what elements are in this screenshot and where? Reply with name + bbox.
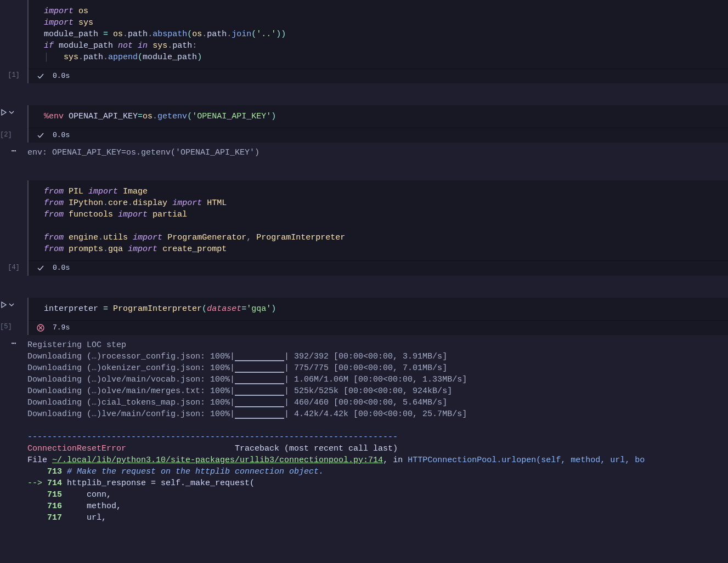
code-content[interactable]: interpreter = ProgramInterpreter(dataset… <box>44 303 728 315</box>
cell-status-bar: 7.9s <box>29 320 728 335</box>
output-text: env: OPENAI_API_KEY=os.getenv('OPENAI_AP… <box>27 147 259 158</box>
download-progress: Downloading (…)olve/main/merges.txt: 100… <box>27 385 645 397</box>
exec-time: 0.0s <box>53 263 70 273</box>
traceback-line: --> 714 httplib_response = self._make_re… <box>27 477 645 489</box>
download-progress: Downloading (…)okenizer_config.json: 100… <box>27 362 645 374</box>
cell-gutter: [5] <box>0 298 27 335</box>
exec-count: [4] <box>8 263 20 272</box>
traceback-line: 713 # Make the request on the httplib co… <box>27 466 645 477</box>
traceback-header: ConnectionResetError Traceback (most rec… <box>27 443 645 454</box>
download-progress: Downloading (…)olve/main/vocab.json: 100… <box>27 374 645 385</box>
chevron-down-icon[interactable] <box>9 302 14 308</box>
exec-count: [5] <box>0 322 12 332</box>
cell-output-row: ⋯ Registering LOC stepDownloading (…)roc… <box>0 335 728 524</box>
download-progress: Downloading (…)cial_tokens_map.json: 100… <box>27 397 645 408</box>
code-cell[interactable]: [4] from PIL import Image from IPython.c… <box>0 180 728 275</box>
code-cell[interactable]: [2] %env OPENAI_API_KEY=os.getenv('OPENA… <box>0 105 728 143</box>
check-icon <box>36 264 45 272</box>
run-controls[interactable] <box>0 298 14 309</box>
cell-output-row: ⋯ env: OPENAI_API_KEY=os.getenv('OPENAI_… <box>0 143 728 158</box>
exec-time: 0.0s <box>53 71 70 81</box>
download-progress: Downloading (…)rocessor_config.json: 100… <box>27 351 645 362</box>
traceback-line: 717 url, <box>27 512 645 524</box>
exec-count: [1] <box>8 71 20 80</box>
code-editor[interactable]: import os import sys module_path = os.pa… <box>29 0 728 69</box>
check-icon <box>36 131 45 140</box>
output-actions[interactable]: ⋯ <box>0 335 27 524</box>
code-content[interactable]: import os import sys module_path = os.pa… <box>44 5 728 63</box>
download-progress: Downloading (…)lve/main/config.json: 100… <box>27 408 645 420</box>
check-icon <box>36 72 45 81</box>
code-cell[interactable]: [1] import os import sys module_path = o… <box>0 0 728 83</box>
cell-gutter: [2] <box>0 105 27 143</box>
chevron-down-icon[interactable] <box>9 110 14 115</box>
cell-body: import os import sys module_path = os.pa… <box>27 0 728 83</box>
play-icon[interactable] <box>0 301 8 309</box>
error-icon <box>36 323 45 332</box>
traceback-line: 715 conn, <box>27 489 645 501</box>
traceback-separator <box>27 420 645 431</box>
traceback-file: File ~/.local/lib/python3.10/site-packag… <box>27 454 645 466</box>
code-cell[interactable]: [5] interpreter = ProgramInterpreter(dat… <box>0 298 728 335</box>
cell-status-bar: 0.0s <box>29 260 728 275</box>
cell-output: env: OPENAI_API_KEY=os.getenv('OPENAI_AP… <box>27 143 259 158</box>
code-editor[interactable]: from PIL import Image from IPython.core.… <box>29 180 728 260</box>
output-actions[interactable]: ⋯ <box>0 143 27 158</box>
notebook: [1] import os import sys module_path = o… <box>0 0 728 524</box>
exec-count: [2] <box>0 130 12 140</box>
traceback-separator: ----------------------------------------… <box>27 431 645 443</box>
run-controls[interactable] <box>0 105 14 116</box>
play-icon[interactable] <box>0 109 8 116</box>
code-editor[interactable]: interpreter = ProgramInterpreter(dataset… <box>29 298 728 320</box>
cell-body: interpreter = ProgramInterpreter(dataset… <box>27 298 728 335</box>
code-content[interactable]: %env OPENAI_API_KEY=os.getenv('OPENAI_AP… <box>44 111 728 122</box>
code-content[interactable]: from PIL import Image from IPython.core.… <box>44 186 728 255</box>
exec-time: 0.0s <box>53 130 70 140</box>
traceback-line: 716 method, <box>27 501 645 512</box>
cell-body: from PIL import Image from IPython.core.… <box>27 180 728 275</box>
cell-status-bar: 0.0s <box>29 69 728 83</box>
code-editor[interactable]: %env OPENAI_API_KEY=os.getenv('OPENAI_AP… <box>29 105 728 128</box>
cell-status-bar: 0.0s <box>29 128 728 143</box>
exec-time: 7.9s <box>53 323 70 333</box>
cell-output: Registering LOC stepDownloading (…)roces… <box>27 335 645 524</box>
cell-body: %env OPENAI_API_KEY=os.getenv('OPENAI_AP… <box>27 105 728 143</box>
cell-gutter: [4] <box>0 180 27 275</box>
cell-gutter: [1] <box>0 0 27 83</box>
output-text: Registering LOC step <box>27 339 645 351</box>
